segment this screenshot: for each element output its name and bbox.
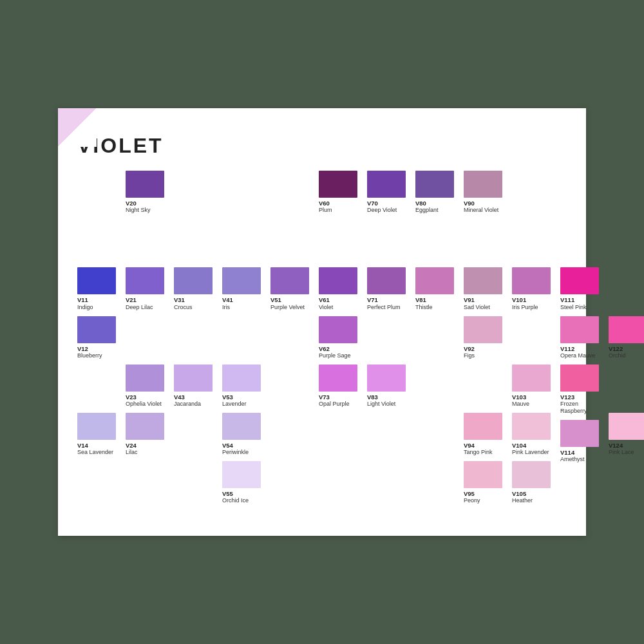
- swatch-color-V104: [512, 413, 551, 440]
- swatch-name-V81: Thistle: [415, 304, 433, 311]
- swatch-code-V103: V103: [512, 393, 526, 401]
- swatch-name-V105: Heather: [512, 497, 533, 504]
- swatch-color-V53: [222, 365, 261, 392]
- swatch-V71: V71Perfect Plum: [367, 267, 412, 310]
- swatch-color-V11: [77, 267, 116, 294]
- swatch-color-V94: [464, 413, 502, 440]
- swatch-color-V73: [319, 365, 357, 392]
- swatch-name-V24: Lilac: [126, 449, 138, 456]
- swatch-V123: V123Frozen Raspberry: [560, 365, 605, 415]
- swatch-code-V122: V122: [609, 345, 623, 352]
- swatch-code-V53: V53: [222, 393, 233, 401]
- swatch-name-V114: Amethyst: [560, 456, 585, 463]
- swatch-code-V14: V14: [77, 442, 88, 449]
- swatch-code-V70: V70: [367, 200, 378, 207]
- column-col10: V101Iris Purple V103MauveV104Pink Lavend…: [512, 171, 560, 516]
- swatch-V14: V14Sea Lavender: [77, 413, 122, 456]
- swatch-name-V92: Figs: [464, 352, 475, 359]
- color-card: VIOLET V11IndigoV12Blueberry V14Sea Lave…: [58, 108, 586, 536]
- swatch-code-V54: V54: [222, 442, 233, 449]
- swatch-name-V11: Indigo: [77, 304, 93, 311]
- swatch-V23: V23Ophelia Violet: [126, 365, 171, 408]
- swatch-V73: V73Opal Purple: [319, 365, 364, 408]
- column-col9: V90Mineral Violet V91Sad VioletV92Figs V…: [464, 171, 512, 516]
- swatch-code-V81: V81: [415, 296, 426, 303]
- swatch-code-V124: V124: [609, 442, 623, 449]
- swatch-color-V95: [464, 461, 502, 488]
- swatch-code-V83: V83: [367, 393, 378, 401]
- swatch-color-V60: [319, 171, 357, 198]
- swatch-V101: V101Iris Purple: [512, 267, 557, 310]
- swatch-name-V101: Iris Purple: [512, 304, 538, 311]
- swatch-V54: V54Periwinkle: [222, 413, 267, 456]
- swatch-name-V14: Sea Lavender: [77, 449, 113, 456]
- swatch-name-V73: Opal Purple: [319, 401, 350, 408]
- swatch-V80: V80Eggplant: [415, 171, 460, 214]
- swatch-color-V23: [126, 365, 164, 392]
- swatch-code-V114: V114: [560, 449, 574, 456]
- swatch-name-V94: Tango Pink: [464, 449, 493, 456]
- swatch-color-V90: [464, 171, 502, 198]
- swatch-code-V23: V23: [126, 393, 137, 401]
- swatch-name-V122: Orchid: [609, 352, 626, 359]
- swatch-color-V83: [367, 365, 406, 392]
- swatch-V105: V105Heather: [512, 461, 557, 504]
- swatch-V92: V92Figs: [464, 316, 509, 359]
- column-col4: V41Iris V53LavenderV54PeriwinkleV55Orchi…: [222, 171, 270, 516]
- swatch-V53: V53Lavender: [222, 365, 267, 408]
- swatch-color-V91: [464, 267, 502, 294]
- swatch-name-V90: Mineral Violet: [464, 207, 498, 214]
- swatch-V51: V51Purple Velvet: [270, 267, 316, 310]
- swatch-V122: V122Orchid: [609, 316, 644, 359]
- swatch-color-V20: [126, 171, 164, 198]
- swatch-code-V61: V61: [319, 296, 330, 303]
- swatch-V70: V70Deep Violet: [367, 171, 412, 214]
- swatch-color-V92: [464, 316, 502, 343]
- swatch-name-V12: Blueberry: [77, 352, 102, 359]
- swatch-code-V111: V111: [560, 296, 574, 303]
- swatch-code-V21: V21: [126, 296, 137, 303]
- swatch-name-V41: Iris: [222, 304, 230, 311]
- swatch-name-V104: Pink Lavender: [512, 449, 549, 456]
- swatch-name-V111: Steel Pink: [560, 304, 587, 311]
- swatch-name-V70: Deep Violet: [367, 207, 397, 214]
- swatch-V104: V104Pink Lavender: [512, 413, 557, 456]
- swatch-color-V24: [126, 413, 164, 440]
- swatch-name-V123: Frozen Raspberry: [560, 401, 605, 415]
- swatch-V12: V12Blueberry: [77, 316, 122, 359]
- swatch-color-V101: [512, 267, 551, 294]
- swatch-name-V21: Deep Lilac: [126, 304, 153, 311]
- swatch-color-V54: [222, 413, 261, 440]
- swatch-V111: V111Steel Pink: [560, 267, 605, 310]
- column-col12: V122Orchid V124Pink Lace: [609, 171, 644, 516]
- column-col8: V80Eggplant V81Thistle: [415, 171, 464, 516]
- column-col2: V20Night Sky V21Deep Lilac V23Ophelia Vi…: [126, 171, 174, 516]
- swatch-color-V80: [415, 171, 454, 198]
- swatch-color-V12: [77, 316, 116, 343]
- color-grid: V11IndigoV12Blueberry V14Sea LavenderV20…: [77, 171, 567, 516]
- swatch-code-V80: V80: [415, 200, 426, 207]
- column-col5: V51Purple Velvet: [270, 171, 319, 516]
- swatch-color-V21: [126, 267, 164, 294]
- swatch-code-V105: V105: [512, 490, 526, 497]
- swatch-V21: V21Deep Lilac: [126, 267, 171, 310]
- swatch-code-V90: V90: [464, 200, 475, 207]
- swatch-color-V105: [512, 461, 551, 488]
- swatch-name-V31: Crocus: [174, 304, 193, 311]
- swatch-color-V103: [512, 365, 551, 392]
- swatch-color-V123: [560, 365, 599, 392]
- swatch-V124: V124Pink Lace: [609, 413, 644, 456]
- swatch-code-V20: V20: [126, 200, 137, 207]
- swatch-name-V55: Orchid Ice: [222, 497, 249, 504]
- swatch-V24: V24Lilac: [126, 413, 171, 456]
- swatch-V114: V114Amethyst: [560, 420, 605, 463]
- swatch-name-V95: Peony: [464, 497, 480, 504]
- swatch-code-V123: V123: [560, 393, 574, 401]
- swatch-color-V112: [560, 316, 599, 343]
- swatch-name-V61: Violet: [319, 304, 333, 311]
- swatch-code-V41: V41: [222, 296, 233, 303]
- swatch-code-V94: V94: [464, 442, 475, 449]
- column-col6: V60Plum V61VioletV62Purple SageV73Opal P…: [319, 171, 367, 516]
- column-col11: V111Steel PinkV112Opera MauveV123Frozen …: [560, 171, 609, 516]
- swatch-V62: V62Purple Sage: [319, 316, 364, 359]
